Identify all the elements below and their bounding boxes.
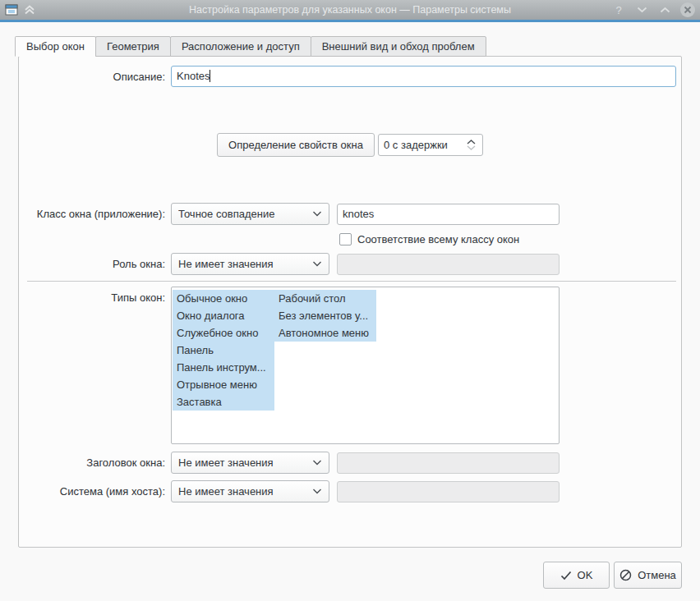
tab-geometry[interactable]: Геометрия — [95, 36, 171, 57]
ok-button[interactable]: OK — [543, 562, 610, 589]
description-input[interactable]: Knotes — [171, 66, 676, 87]
tab-bar: Выбор окон Геометрия Расположение и дост… — [15, 36, 486, 57]
checkmark-icon — [560, 571, 572, 580]
window-title-input — [337, 452, 560, 474]
text-caret — [210, 70, 210, 82]
window-types-col1: Обычное окноОкно диалогаСлужебное окноПа… — [173, 290, 274, 411]
list-item[interactable]: Рабочий стол — [274, 290, 376, 307]
titlebar: Настройка параметров для указанных окон … — [0, 0, 700, 20]
window-title: Настройка параметров для указанных окон … — [0, 4, 700, 16]
window-class-input[interactable]: knotes — [337, 204, 560, 225]
app-window-icon[interactable] — [5, 3, 18, 16]
spin-down-icon[interactable] — [467, 145, 476, 150]
cancel-button[interactable]: Отмена — [614, 562, 682, 589]
list-item[interactable]: Автономное меню — [274, 324, 376, 342]
list-item[interactable]: Панель инструм... — [173, 359, 274, 376]
window-role-label: Роль окна: — [19, 258, 165, 270]
window-types-col2: Рабочий столБез элементов у...Автономное… — [274, 290, 376, 342]
chevron-down-icon — [312, 211, 322, 217]
cancel-circle-icon — [619, 569, 632, 581]
window-role-match-dropdown[interactable]: Не имеет значения — [171, 253, 329, 275]
titlebar-accent-line — [0, 20, 700, 22]
window-title-label: Заголовок окна: — [19, 456, 165, 469]
tab-window-matching[interactable]: Выбор окон — [15, 36, 96, 57]
tab-placement-access[interactable]: Расположение и доступ — [170, 36, 311, 57]
chevron-down-icon — [312, 489, 322, 494]
tab-content-panel: Описание: Knotes Определение свойств окн… — [18, 56, 682, 548]
delay-value: 0 с задержки — [384, 139, 467, 151]
whole-class-checkbox[interactable] — [339, 233, 352, 245]
list-item[interactable]: Окно диалога — [173, 307, 274, 324]
delay-spinbox[interactable]: 0 с задержки — [378, 134, 483, 156]
spinbox-arrows — [467, 140, 477, 150]
chevron-down-icon — [312, 460, 322, 466]
titlebar-buttons: ? — [611, 0, 695, 20]
keep-above-icon[interactable] — [23, 4, 36, 16]
help-button[interactable]: ? — [611, 2, 626, 17]
machine-input — [337, 481, 560, 502]
list-item[interactable]: Обычное окно — [173, 290, 274, 307]
window-types-label: Типы окон: — [19, 291, 165, 304]
list-item[interactable]: Служебное окно — [173, 324, 274, 342]
chevron-down-icon — [312, 261, 322, 267]
whole-class-checkbox-label[interactable]: Соответствие всему классу окон — [357, 233, 519, 245]
list-item[interactable]: Отрывное меню — [173, 376, 274, 393]
close-button[interactable] — [680, 2, 695, 17]
list-item[interactable]: Заставка — [173, 393, 274, 411]
titlebar-left-icons — [0, 3, 36, 16]
machine-label: Система (имя хоста): — [19, 485, 165, 498]
list-item[interactable]: Без элементов у... — [274, 307, 376, 324]
list-item[interactable]: Панель — [173, 342, 274, 359]
description-label: Описание: — [19, 71, 165, 83]
window-types-list[interactable]: Обычное окноОкно диалогаСлужебное окноПа… — [171, 287, 560, 444]
tab-appearance-workarounds[interactable]: Внешний вид и обход проблем — [311, 36, 486, 57]
detect-window-properties-button[interactable]: Определение свойств окна — [217, 133, 375, 157]
window-class-match-dropdown[interactable]: Точное совпадение — [171, 203, 329, 225]
maximize-button[interactable] — [657, 2, 672, 17]
minimize-button[interactable] — [634, 2, 649, 17]
window-title-match-dropdown[interactable]: Не имеет значения — [171, 452, 329, 474]
window-class-label: Класс окна (приложение): — [19, 208, 165, 220]
separator-line — [27, 281, 676, 282]
machine-match-dropdown[interactable]: Не имеет значения — [171, 480, 329, 502]
spin-up-icon[interactable] — [467, 140, 476, 145]
window-role-input — [337, 254, 560, 275]
